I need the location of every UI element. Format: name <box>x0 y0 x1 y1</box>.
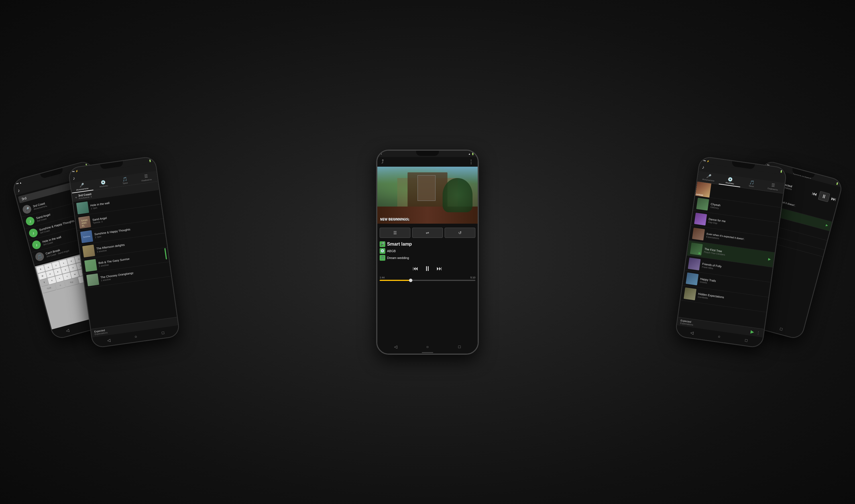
phone3-more-icon[interactable]: ⋮ <box>468 159 474 165</box>
phone3-share-icon[interactable]: ⤴ <box>381 159 384 165</box>
phone2-music-note-icon: ♪ <box>72 176 75 181</box>
phone2-album2-thumb: SANDANGEL <box>78 216 91 229</box>
phone4-tab-artists-label: Исполнители <box>702 178 714 182</box>
phone2-album-list: Hole in the wall 1 трек SANDANGEL Sand A… <box>73 190 177 329</box>
phone2-album5-thumb <box>84 259 97 272</box>
phone4-home-btn[interactable]: ○ <box>716 333 723 340</box>
phone4-track2-thumb <box>696 197 709 210</box>
phone3-current-time: 1:44 <box>380 276 385 279</box>
phone4-music-note-icon: ♪ <box>702 165 705 170</box>
phone4-mic-icon: 🎤 <box>706 174 712 179</box>
phone3-notch <box>416 151 439 156</box>
phone3-music-note-icon: ♪ <box>381 153 382 155</box>
phone3-progress: 1:44 5:10 <box>380 275 475 282</box>
phone2-tab-playlists-label: Плейлисты <box>141 178 152 181</box>
phone3-album-row: 🎵 Dream wedding <box>380 255 475 261</box>
phone2-home-btn[interactable]: ○ <box>132 333 139 340</box>
phone4-usb-icon: ⚡ <box>707 160 710 162</box>
phone5-recent-btn[interactable]: □ <box>778 325 785 332</box>
phone2-mic-icon: 🎤 <box>79 183 84 188</box>
phone3-shuffle-btn[interactable]: ⇌ <box>412 228 443 238</box>
phone4-play-overlay-icon: ▶ <box>698 251 701 255</box>
phone1-status-icons: ▾▾ ▲ <box>16 181 22 185</box>
key-a[interactable]: а <box>61 266 70 273</box>
phone3-shuffle-icon: ⇌ <box>426 231 429 235</box>
phone3-progress-times: 1:44 5:10 <box>380 276 475 279</box>
phone3-nav-bar: ◁ ○ □ <box>377 342 478 352</box>
phone5-controls: ⏮ ⏸ ⏭ <box>809 182 839 211</box>
key-y2[interactable]: ы <box>46 270 54 277</box>
phone5-right-icons: 🔋 <box>836 182 839 185</box>
phone4-mini-play-btn[interactable]: ▶ <box>750 329 755 335</box>
phone3-disc-icon: 💿 <box>380 248 385 254</box>
phone1-result2-avatar: ♪ <box>25 216 35 226</box>
phone2-back-btn[interactable]: ◁ <box>105 337 112 344</box>
key-v[interactable]: в <box>53 268 62 275</box>
phone4-right-icons: 🔋 <box>780 170 783 173</box>
phone3-album-title: NEW BEGINNINGS <box>380 218 410 221</box>
phone2-wifi-icon: ▾▾ <box>72 170 75 173</box>
phone3-repeat-btn[interactable]: ↺ <box>445 228 475 238</box>
key-y[interactable]: й <box>36 265 45 273</box>
key-ts[interactable]: ц <box>44 263 53 271</box>
phone4-recent-btn[interactable]: □ <box>743 337 750 344</box>
key-m[interactable]: м <box>70 270 79 278</box>
phone3-wifi-icon: ▲ <box>468 153 470 155</box>
key-u[interactable]: у <box>52 261 60 269</box>
phone3-track-info: 🎤 Smart lamp 💿 ABGB 🎵 Dream wedding <box>380 240 475 263</box>
phone3-prev-btn[interactable]: ⏮ <box>413 265 418 272</box>
phone1-wifi-icon: ▾▾ <box>16 182 19 185</box>
phone5-prev-btn[interactable]: ⏮ <box>811 190 818 197</box>
phone2-tab-tracks-label: Треки <box>123 181 128 184</box>
phone4-back-btn[interactable]: ◁ <box>689 329 695 336</box>
phone2-usb-icon: ⚡ <box>75 169 78 173</box>
phone5-next-btn[interactable]: ⏭ <box>831 195 837 202</box>
phone1-search-text: 3rd <box>21 196 27 201</box>
phone2-recent-btn[interactable]: □ <box>160 329 166 336</box>
key-ch2[interactable]: ч <box>55 274 64 282</box>
phone3-artist-row: 💿 ABGB <box>380 248 475 254</box>
phone3-recent-btn[interactable]: □ <box>457 344 462 349</box>
phone3-music-icon: ♪ <box>381 153 382 155</box>
phone4-track1-art: CHTEAH <box>695 181 711 197</box>
key-f[interactable]: ф <box>38 272 47 280</box>
phone3-home-btn[interactable]: ○ <box>425 344 430 349</box>
phone3-playlist-btn[interactable]: ☰ <box>380 228 410 238</box>
phone3-pause-btn[interactable]: ⏸ <box>424 265 431 273</box>
key-shift[interactable]: ⬆ <box>40 278 49 286</box>
phone4-track5-thumb: ▶ <box>690 242 703 255</box>
phone4-treble-icon: 🎵 <box>749 180 754 185</box>
key-ya[interactable]: я <box>48 276 56 284</box>
phone4-battery-icon: 🔋 <box>780 170 783 173</box>
phone3-track-name-row: 🎤 Smart lamp <box>380 241 475 247</box>
phone3-total-time: 5:10 <box>470 276 475 279</box>
phone2-list-icon: ☰ <box>144 174 148 179</box>
phone2-tab-artists-label: Исполнители <box>76 187 88 191</box>
phone2-right-icons: 🔋 <box>148 159 152 162</box>
phone3-track-name: Smart lamp <box>387 241 412 247</box>
phone4-status-icons: ▾▾ ⚡ <box>703 159 710 163</box>
phone2-album6-thumb <box>86 273 99 286</box>
phone3-progress-bar[interactable] <box>380 280 475 281</box>
phone5-battery-icon: 🔋 <box>836 182 839 185</box>
phone4-playing-indicator: ▶ <box>768 257 771 261</box>
phone2-tab-albums-label: Альбомы <box>100 184 108 187</box>
key-k[interactable]: к <box>59 259 68 267</box>
phone3-back-btn[interactable]: ◁ <box>393 344 398 349</box>
phone2-treble-icon: 🎵 <box>122 177 127 182</box>
key-s[interactable]: с <box>63 272 72 280</box>
phone3-progress-fill <box>380 280 411 281</box>
phone2-album4-thumb <box>82 245 95 257</box>
key-e[interactable]: е <box>67 257 76 265</box>
phone3-next-btn[interactable]: ⏭ <box>437 265 442 272</box>
phone3-right-icons: ▲ 🔋 <box>468 153 474 155</box>
phone4-more-btn[interactable]: ⋮ <box>756 330 761 335</box>
phone2-album1-thumb <box>76 201 89 214</box>
phone2-chevron-icon: ▾ <box>75 195 77 199</box>
key-p[interactable]: п <box>69 264 77 271</box>
phones-container: ▾▾ ▲ 10:53 🔋 ♪ ✕ 3rd 🎤 <box>0 0 855 504</box>
phone2-disc-icon: 💿 <box>101 180 106 185</box>
phone1-back-btn[interactable]: ◁ <box>64 327 71 334</box>
phone5-pause-btn[interactable]: ⏸ <box>818 191 830 202</box>
phone3-playlist-icon: ☰ <box>393 231 397 235</box>
